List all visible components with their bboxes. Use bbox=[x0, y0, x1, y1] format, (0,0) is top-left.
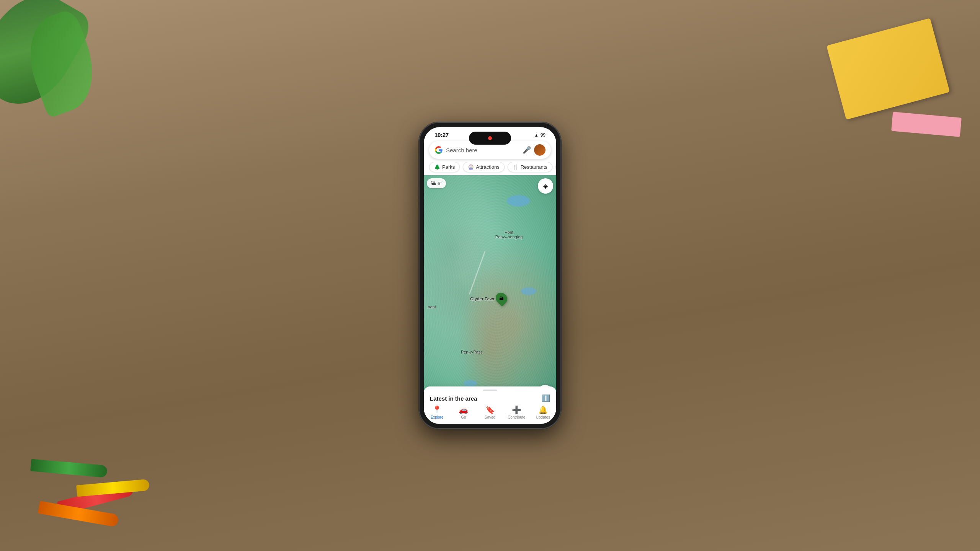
chip-hotels[interactable]: 🏨 bbox=[555, 162, 556, 172]
explore-icon: 📍 bbox=[432, 405, 442, 414]
wifi-icon: ▲ bbox=[534, 133, 539, 137]
chip-attractions-label: Attractions bbox=[476, 164, 499, 170]
chip-parks[interactable]: 🌲 Parks bbox=[429, 162, 460, 172]
weather-temperature: 6° bbox=[438, 181, 442, 186]
sheet-drag-handle[interactable] bbox=[483, 390, 497, 391]
battery-indicator: 99 bbox=[541, 132, 546, 138]
info-icon[interactable]: ℹ️ bbox=[542, 394, 550, 403]
nav-item-saved[interactable]: 🔖 Saved bbox=[477, 405, 503, 419]
yellow-book-decoration bbox=[826, 18, 950, 120]
water-body-2 bbox=[521, 287, 536, 295]
water-body-1 bbox=[507, 195, 530, 207]
bottom-nav: 📍 Explore 🚗 Go 🔖 Saved ➕ bbox=[424, 402, 556, 424]
crayon-red bbox=[57, 482, 134, 515]
map-label-pen-y-pass: Pen-y-Pass bbox=[461, 350, 483, 354]
phone-body: 10:27 ▲ 99 Search here bbox=[419, 122, 561, 429]
search-input[interactable]: Search here bbox=[446, 147, 523, 153]
leaf-decoration-2 bbox=[16, 8, 106, 119]
nav-item-updates[interactable]: 🔔 Updates bbox=[530, 405, 556, 419]
nav-label-contribute: Contribute bbox=[508, 415, 525, 419]
dynamic-island bbox=[469, 132, 511, 145]
attractions-icon: 🎡 bbox=[468, 164, 474, 170]
saved-icon: 🔖 bbox=[485, 405, 495, 414]
nav-label-explore: Explore bbox=[431, 415, 444, 419]
chip-restaurants[interactable]: 🍴 Restaurants bbox=[508, 162, 552, 172]
contribute-icon: ➕ bbox=[512, 405, 521, 414]
dynamic-island-dot bbox=[488, 136, 492, 140]
nav-item-go[interactable]: 🚗 Go bbox=[450, 405, 477, 419]
mic-icon[interactable]: 🎤 bbox=[523, 146, 531, 154]
chip-restaurants-label: Restaurants bbox=[521, 164, 547, 170]
restaurants-icon: 🍴 bbox=[513, 164, 519, 170]
phone-content: 10:27 ▲ 99 Search here bbox=[424, 127, 556, 424]
sticky-note-pink bbox=[891, 112, 962, 137]
nav-item-contribute[interactable]: ➕ Contribute bbox=[503, 405, 530, 419]
updates-icon: 🔔 bbox=[538, 405, 548, 414]
crayon-green bbox=[30, 459, 108, 478]
filter-chips-row: 🌲 Parks 🎡 Attractions 🍴 Restaurants 🏨 bbox=[424, 162, 556, 175]
glyder-fawr-marker[interactable]: Glyder Fawr bbox=[470, 292, 507, 305]
status-time: 10:27 bbox=[434, 132, 449, 138]
leaf-decoration-1 bbox=[0, 0, 96, 121]
weather-badge[interactable]: 🌥 6° bbox=[427, 178, 446, 188]
phone-screen: 10:27 ▲ 99 Search here bbox=[424, 127, 556, 424]
nav-label-saved: Saved bbox=[485, 415, 495, 419]
weather-icon: 🌥 bbox=[431, 180, 436, 186]
go-icon: 🚗 bbox=[459, 405, 468, 414]
user-avatar[interactable] bbox=[534, 144, 546, 156]
google-logo-icon bbox=[434, 146, 443, 154]
map-container[interactable]: Pont Pen-y-benglog Pen-y-Pass nant Glyde… bbox=[424, 175, 556, 424]
layers-icon: ◈ bbox=[543, 183, 548, 190]
nav-label-go: Go bbox=[461, 415, 466, 419]
chip-parks-label: Parks bbox=[442, 164, 455, 170]
glyder-fawr-label: Glyder Fawr bbox=[470, 297, 495, 301]
nav-label-updates: Updates bbox=[536, 415, 550, 419]
nav-item-explore[interactable]: 📍 Explore bbox=[424, 405, 450, 419]
status-right-icons: ▲ 99 bbox=[534, 132, 546, 138]
crayon-yellow bbox=[76, 479, 150, 497]
layers-button[interactable]: ◈ bbox=[538, 178, 553, 194]
chip-attractions[interactable]: 🎡 Attractions bbox=[463, 162, 504, 172]
crayon-orange bbox=[38, 501, 119, 527]
water-body-3 bbox=[464, 380, 477, 387]
sheet-title: Latest in the area bbox=[430, 395, 477, 402]
phone-device: 10:27 ▲ 99 Search here bbox=[419, 122, 561, 429]
map-label-pont: Pont Pen-y-benglog bbox=[495, 230, 523, 239]
sheet-title-row: Latest in the area ℹ️ bbox=[430, 394, 550, 403]
map-label-nant: nant bbox=[428, 305, 436, 309]
parks-icon: 🌲 bbox=[434, 164, 440, 170]
